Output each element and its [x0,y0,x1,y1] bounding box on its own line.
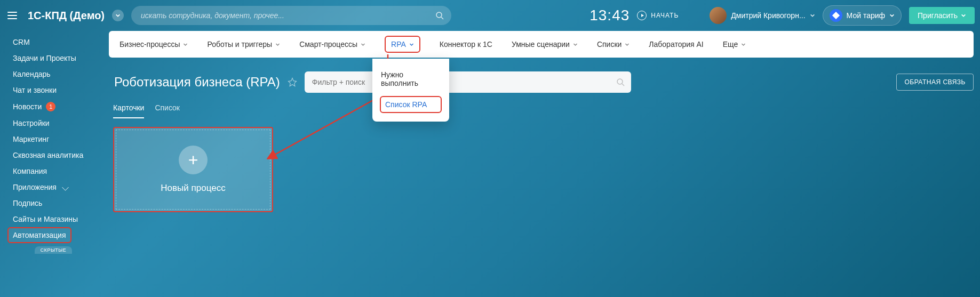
new-process-card[interactable]: + Новый процесс [113,127,273,212]
news-badge: 1 [46,102,55,111]
clock: 13:43 [589,7,630,24]
main-area: Бизнес-процессы Роботы и триггеры Смарт-… [107,31,980,297]
tab-label: Роботы и триггеры [207,40,272,49]
chevron-down-icon [625,42,630,47]
star-icon[interactable] [288,77,297,87]
chevron-down-icon [275,42,280,47]
avatar [710,7,727,24]
invite-label: Пригласить [918,11,958,20]
tab-lab[interactable]: Лаборатория AI [649,40,703,49]
filter-input[interactable] [312,78,612,86]
global-search [131,6,451,25]
sidebar-label: Сайты и Магазины [13,215,78,223]
diamond-icon [830,9,842,22]
sidebar-item-settings[interactable]: Настройки [0,115,107,131]
sidebar-item-company[interactable]: Компания [0,163,107,179]
tab-label: Умные сценарии [512,40,570,49]
tab-label: Смарт-процессы [299,40,357,49]
section-tabs: Бизнес-процессы Роботы и триггеры Смарт-… [109,31,974,58]
tarif-label: Мой тариф [847,11,885,20]
tab-label: Еще [723,40,738,49]
sidebar-label: Приложения [13,183,57,191]
start-button[interactable]: НАЧАТЬ [637,11,679,20]
feedback-button[interactable]: ОБРАТНАЯ СВЯЗЬ [896,74,974,91]
chevron-down-icon [741,42,746,47]
sidebar-label: Задачи и Проекты [13,54,76,62]
menu-icon[interactable] [4,9,20,22]
sidebar-label: Новости [13,102,42,111]
tab-label: Лаборатория AI [649,40,703,49]
sidebar-item-sites[interactable]: Сайты и Магазины [0,211,107,227]
sidebar-label: Календарь [13,70,51,78]
svg-point-2 [617,79,623,84]
play-icon [637,11,647,20]
sidebar-item-news[interactable]: Новости1 [0,98,107,115]
sidebar: CRM Задачи и Проекты Календарь Чат и зво… [0,31,107,297]
tab-label: Списки [597,40,622,49]
plus-icon: + [179,146,208,174]
view-tab-cards[interactable]: Карточки [113,103,144,118]
chevron-down-icon [889,13,895,18]
invite-button[interactable]: Пригласить [909,7,975,24]
tab-connector[interactable]: Коннектор к 1С [440,40,492,49]
svg-line-1 [441,17,443,19]
sidebar-item-marketing[interactable]: Маркетинг [0,131,107,147]
sidebar-label: Автоматизация [13,231,66,239]
filter-search [305,71,631,93]
tab-lists[interactable]: Списки [597,40,630,49]
rpa-dropdown: Нужно выполнить Список RPA [372,59,449,122]
svg-line-3 [622,84,624,86]
view-tabs: Карточки Список [113,103,974,118]
page-title: Роботизация бизнеса (RPA) [114,75,280,90]
start-label: НАЧАТЬ [651,12,679,19]
tab-robots[interactable]: Роботы и триггеры [207,40,280,49]
sidebar-item-calendar[interactable]: Календарь [0,66,107,82]
tab-more[interactable]: Еще [723,40,746,49]
user-name: Дмитрий Кривогорн... [731,11,805,20]
search-input[interactable] [131,6,451,25]
sidebar-label: Компания [13,167,47,175]
view-tab-list[interactable]: Список [155,103,180,118]
sidebar-label: CRM [13,38,30,46]
search-icon [616,78,625,86]
sidebar-item-apps[interactable]: Приложения [0,179,107,195]
sidebar-label: Настройки [13,119,50,127]
tab-smart-scenarios[interactable]: Умные сценарии [512,40,578,49]
sidebar-item-sign[interactable]: Подпись [0,195,107,211]
topbar: 1С-КПД (Демо) 13:43 НАЧАТЬ Дмитрий Криво… [0,0,980,31]
chevron-down-icon [409,42,414,47]
sidebar-item-analytics[interactable]: Сквозная аналитика [0,147,107,163]
logo: 1С-КПД (Демо) [28,10,105,22]
dropdown-item-todo[interactable]: Нужно выполнить [372,66,449,92]
chevron-down-icon [810,13,815,18]
title-bar: Роботизация бизнеса (RPA) ОБРАТНАЯ СВЯЗЬ [114,71,974,93]
tab-label: RPA [391,40,406,49]
sidebar-item-tasks[interactable]: Задачи и Проекты [0,50,107,66]
chevron-down-icon [183,42,188,47]
sidebar-item-automation[interactable]: Автоматизация [7,227,71,243]
logo-dropdown-icon[interactable] [112,10,124,21]
sidebar-item-chat[interactable]: Чат и звонки [0,82,107,98]
chevron-down-icon [961,13,966,18]
tab-label: Бизнес-процессы [119,40,180,49]
chevron-down-icon [361,42,365,47]
user-menu[interactable]: Дмитрий Кривогорн... [710,7,815,24]
sidebar-label: Сквозная аналитика [13,151,83,159]
sidebar-hidden-toggle[interactable]: СКРЫТЫЕ [35,246,72,254]
chevron-down-icon [573,42,578,47]
card-label: Новый процесс [161,183,225,194]
tab-rpa[interactable]: RPA [385,36,420,53]
tab-smart[interactable]: Смарт-процессы [299,40,365,49]
sidebar-label: Маркетинг [13,135,49,143]
sidebar-item-crm[interactable]: CRM [0,34,107,50]
svg-point-0 [436,12,442,18]
sidebar-label: Подпись [13,199,42,207]
tab-biz-processes[interactable]: Бизнес-процессы [119,40,188,49]
tab-label: Коннектор к 1С [440,40,492,49]
tarif-button[interactable]: Мой тариф [823,5,902,26]
sidebar-label: Чат и звонки [13,86,57,94]
dropdown-item-rpa-list[interactable]: Список RPA [380,96,442,113]
search-icon [435,11,444,20]
